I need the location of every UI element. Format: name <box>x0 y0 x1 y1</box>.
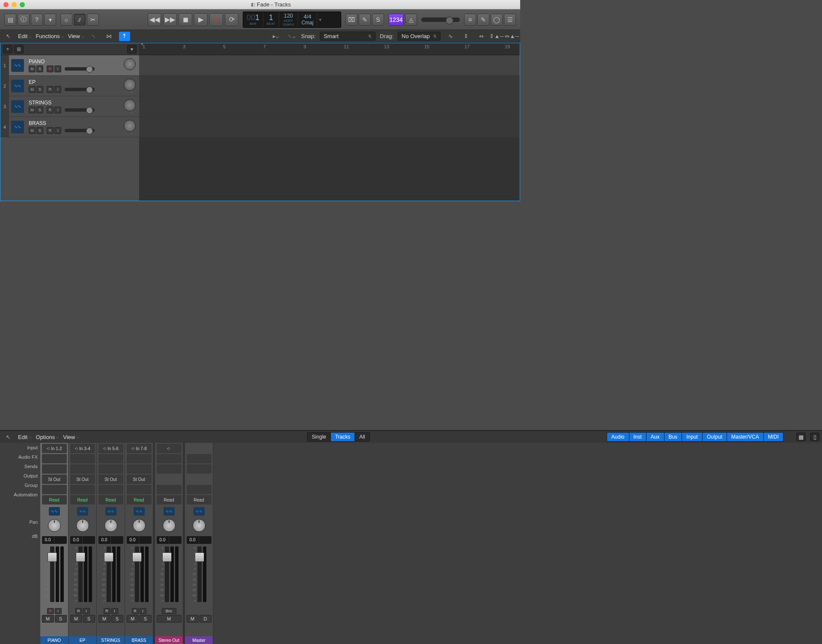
maximize-button[interactable] <box>20 2 25 7</box>
mute-button[interactable]: M <box>29 65 36 72</box>
smart-controls-button[interactable]: ☼ <box>60 14 72 26</box>
lr-label: L R <box>125 91 134 93</box>
record-button[interactable]: ● <box>209 13 223 26</box>
flex-icon[interactable]: ⋈ <box>104 32 115 41</box>
solo-button[interactable]: S <box>372 14 384 26</box>
catch-icon[interactable]: ⤒ <box>119 32 130 41</box>
track-volume-slider[interactable] <box>65 88 95 91</box>
arrange-row[interactable] <box>139 117 520 137</box>
ruler[interactable]: ▽ 135791113151719 <box>139 43 520 55</box>
pointer-tool[interactable]: ▸ ⌵ <box>270 32 281 41</box>
record-enable-button[interactable]: R <box>47 65 54 72</box>
ruler-mark: 13 <box>384 44 389 49</box>
track-number: 2 <box>0 76 9 96</box>
view-menu[interactable]: View⌵ <box>68 33 84 39</box>
ruler-mark: 17 <box>465 44 470 49</box>
input-monitor-button[interactable]: I <box>54 86 61 93</box>
timeline[interactable]: ▽ 135791113151719 <box>139 43 520 201</box>
zoom-horiz-icon[interactable]: ⇔ <box>476 32 487 41</box>
rewind-button[interactable]: ◀◀ <box>148 13 161 26</box>
help-button[interactable]: ? <box>31 14 43 26</box>
track-name[interactable]: STRINGS <box>29 100 118 106</box>
pan-knob[interactable] <box>124 58 136 70</box>
mixer-button[interactable]: ⫽ <box>74 14 86 26</box>
notepad-button[interactable]: ✎ <box>477 14 489 26</box>
track-number: 4 <box>0 117 9 137</box>
loops-button[interactable]: ◯ <box>491 14 503 26</box>
toolbar-button[interactable]: ▾ <box>44 14 56 26</box>
mute-button[interactable]: M <box>29 107 36 113</box>
track-volume-slider[interactable] <box>65 108 95 112</box>
count-in-button[interactable]: 1234 <box>388 14 404 26</box>
record-enable-button[interactable]: R <box>47 127 54 134</box>
track-name[interactable]: BRASS <box>29 120 118 126</box>
arrange-row[interactable] <box>139 96 520 117</box>
track-header[interactable]: 2 ∿∿ EP M S R I L R <box>0 76 139 96</box>
close-button[interactable] <box>3 2 9 7</box>
arrange-row[interactable] <box>139 55 520 76</box>
editors-button[interactable]: ✂ <box>87 14 99 26</box>
master-volume-slider[interactable] <box>421 18 460 22</box>
pan-knob[interactable] <box>124 79 136 91</box>
track-icon[interactable]: ∿∿ <box>11 59 24 72</box>
zoom-slider-h[interactable]: ⇔▲─ <box>506 32 518 41</box>
pencil-tool[interactable]: ⟍ ⌵ <box>286 32 297 41</box>
track-volume-slider[interactable] <box>65 129 95 132</box>
autopunch-button[interactable]: ✎ <box>359 14 371 26</box>
lcd-display[interactable]: 001BAR 1BEAT 120KEEPTEMPO 4/4Cmaj ▾ <box>243 12 341 28</box>
pan-knob[interactable] <box>124 120 136 132</box>
track-header[interactable]: 4 ∿∿ BRASS M S R I L R <box>0 117 139 137</box>
catch-playhead-button[interactable]: ▾ <box>127 45 137 53</box>
input-monitor-button[interactable]: I <box>54 107 61 113</box>
list-editors-button[interactable]: ≡ <box>464 14 476 26</box>
titlebar: Fade - Tracks <box>0 0 520 9</box>
track-header[interactable]: 1 ∿∿ PIANO M S R I L R <box>0 55 139 76</box>
duplicate-track-button[interactable]: ⊞ <box>14 45 24 53</box>
inspector-button[interactable]: ⓘ <box>18 14 30 26</box>
lcd-mode-menu[interactable]: ▾ <box>317 12 323 27</box>
pan-knob[interactable] <box>124 99 136 111</box>
track-name[interactable]: EP <box>29 79 118 85</box>
play-button[interactable]: ▶ <box>194 13 208 26</box>
mute-button[interactable]: M <box>29 127 36 134</box>
add-track-button[interactable]: + <box>3 45 12 53</box>
lr-label: L R <box>125 132 134 134</box>
solo-button[interactable]: S <box>36 107 43 113</box>
arrange-row[interactable] <box>139 76 520 96</box>
library-button[interactable]: ▤ <box>4 14 16 26</box>
ruler-mark: 15 <box>424 44 429 49</box>
edit-menu[interactable]: Edit⌵ <box>18 33 31 39</box>
window-title: Fade - Tracks <box>25 1 517 8</box>
track-header[interactable]: 3 ∿∿ STRINGS M S R I L R <box>0 96 139 117</box>
metronome-button[interactable]: ◬ <box>405 14 417 26</box>
drag-select[interactable]: No Overlap⇅ <box>398 32 441 41</box>
browser-button[interactable]: ☰ <box>504 14 516 26</box>
minimize-button[interactable] <box>12 2 17 7</box>
solo-button[interactable]: S <box>36 65 43 72</box>
back-icon[interactable]: ↖ <box>3 32 14 41</box>
track-icon[interactable]: ∿∿ <box>11 121 24 134</box>
transport: ◀◀ ▶▶ ◼ ▶ ● ⟳ <box>148 13 238 26</box>
track-icon[interactable]: ∿∿ <box>11 100 24 113</box>
snap-select[interactable]: Smart⇅ <box>320 32 375 41</box>
track-name[interactable]: PIANO <box>29 59 118 65</box>
functions-menu[interactable]: Functions⌵ <box>36 33 63 39</box>
record-enable-button[interactable]: R <box>47 86 54 93</box>
stop-button[interactable]: ◼ <box>179 13 192 26</box>
input-monitor-button[interactable]: I <box>54 127 61 134</box>
track-icon[interactable]: ∿∿ <box>11 80 24 92</box>
solo-button[interactable]: S <box>36 127 43 134</box>
waveform-zoom[interactable]: ∿ <box>445 32 456 41</box>
record-enable-button[interactable]: R <box>47 107 54 113</box>
zoom-vert-icon[interactable]: ⇕ <box>460 32 471 41</box>
zoom-slider-v[interactable]: ⇕▲─ <box>491 32 502 41</box>
ruler-mark: 19 <box>505 44 510 49</box>
input-monitor-button[interactable]: I <box>54 65 61 72</box>
mute-button[interactable]: M <box>29 86 36 93</box>
replace-button[interactable]: ⌧ <box>345 14 357 26</box>
automation-icon[interactable]: ⟍ <box>88 32 99 41</box>
cycle-button[interactable]: ⟳ <box>225 13 238 26</box>
solo-button[interactable]: S <box>36 86 43 93</box>
forward-button[interactable]: ▶▶ <box>163 13 177 26</box>
track-volume-slider[interactable] <box>65 67 95 71</box>
